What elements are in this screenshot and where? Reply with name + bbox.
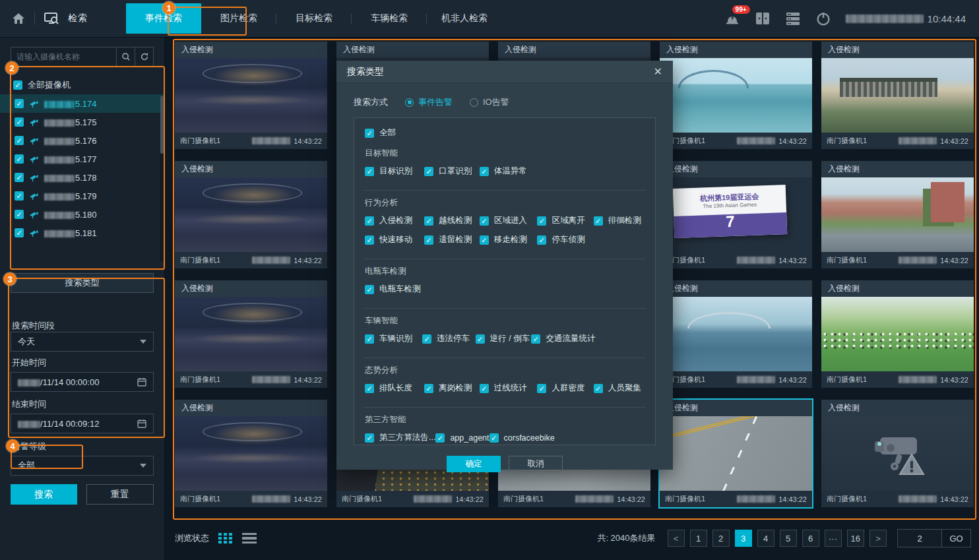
grid-view-icon[interactable] (218, 533, 233, 544)
result-card[interactable]: 入侵检测南门摄像机114:43:22 (175, 161, 327, 268)
prev-page-button[interactable]: < (668, 530, 685, 547)
cancel-button[interactable]: 取消 (509, 456, 563, 472)
go-button[interactable]: GO (942, 529, 971, 547)
checkbox-item[interactable]: ✓app_agent (435, 432, 489, 443)
checkbox-checked-icon[interactable]: ✓ (424, 384, 433, 393)
page-button-1[interactable]: 1 (690, 530, 707, 547)
time-range-select[interactable]: 今天 (11, 332, 154, 352)
tab-nonmotor-search[interactable]: 机非人检索 (427, 0, 502, 38)
alarm-bell-icon[interactable]: 99+ (724, 11, 740, 26)
checkbox-checked-icon[interactable]: ✓ (15, 99, 24, 108)
camera-item[interactable]: ✓5.181 (0, 224, 165, 242)
result-card[interactable]: 入侵检测南门摄像机114:43:22 (821, 161, 974, 268)
checkbox-checked-icon[interactable]: ✓ (435, 433, 445, 443)
checkbox-checked-icon[interactable]: ✓ (594, 216, 603, 226)
checkbox-checked-icon[interactable]: ✓ (480, 235, 489, 245)
page-button-5[interactable]: 5 (780, 530, 797, 547)
checkbox-item[interactable]: ✓人群密度 (537, 383, 593, 394)
start-time-input[interactable]: /11/14 00:00:00 (11, 372, 154, 392)
reset-button[interactable]: 重置 (86, 484, 154, 505)
result-card[interactable]: 入侵检测南门摄像机114:43:22 (175, 42, 327, 149)
checkbox-checked-icon[interactable]: ✓ (365, 334, 374, 344)
page-button-···[interactable]: ··· (825, 530, 842, 547)
end-time-input[interactable]: /11/14 00:09:12 (11, 414, 154, 433)
power-icon[interactable] (815, 11, 831, 26)
checkbox-item[interactable]: ✓口罩识别 (424, 166, 480, 177)
result-card[interactable]: 入侵检测南门摄像机114:43:22 (660, 280, 812, 388)
checkbox-item[interactable]: ✓corsfaceebike (490, 432, 555, 443)
tab-image-search[interactable]: 图片检索 (201, 0, 276, 38)
search-icon[interactable] (116, 47, 135, 66)
checkbox-checked-icon[interactable]: ✓ (476, 334, 485, 344)
checkbox-checked-icon[interactable]: ✓ (537, 384, 546, 393)
split-layout-icon[interactable] (755, 11, 771, 26)
checkbox-item[interactable]: ✓排队长度 (365, 383, 424, 394)
result-card[interactable]: 入侵检测南门摄像机114:43:22 (175, 280, 327, 388)
radio-io-alarm[interactable]: IO告警 (470, 96, 509, 108)
list-view-icon[interactable] (242, 533, 257, 544)
checkbox-item[interactable]: ✓徘徊检测 (594, 215, 646, 226)
checkbox-item[interactable]: ✓车辆识别 (365, 333, 422, 344)
page-button-3[interactable]: 3 (735, 530, 752, 547)
checkbox-checked-icon[interactable]: ✓ (422, 334, 431, 344)
page-button-4[interactable]: 4 (757, 530, 774, 547)
checkbox-item[interactable]: ✓快速移动 (365, 234, 424, 245)
checkbox-item[interactable]: ✓遗留检测 (424, 234, 480, 245)
checkbox-item[interactable]: ✓入侵检测 (365, 215, 424, 226)
tab-event-search[interactable]: 事件检索 (126, 3, 201, 34)
checkbox-checked-icon[interactable]: ✓ (365, 384, 374, 393)
page-button-2[interactable]: 2 (712, 530, 730, 547)
close-icon[interactable]: ✕ (654, 65, 662, 78)
tab-vehicle-search[interactable]: 车辆检索 (352, 0, 427, 38)
checkbox-item[interactable]: ✓离岗检测 (424, 383, 480, 394)
camera-item[interactable]: ✓5.180 (0, 205, 165, 224)
checkbox-checked-icon[interactable]: ✓ (531, 334, 540, 344)
checkbox-item[interactable]: ✓移走检测 (480, 234, 538, 245)
checkbox-item[interactable]: ✓区域进入 (480, 215, 538, 226)
page-jump-input[interactable] (897, 529, 942, 547)
calendar-icon[interactable] (137, 419, 146, 428)
checkbox-checked-icon[interactable]: ✓ (365, 167, 374, 176)
checkbox-all[interactable]: ✓全部 (365, 127, 646, 139)
checkbox-checked-icon[interactable]: ✓ (424, 216, 433, 226)
checkbox-checked-icon[interactable]: ✓ (594, 384, 603, 393)
checkbox-checked-icon[interactable]: ✓ (424, 235, 433, 245)
checkbox-checked-icon[interactable]: ✓ (365, 235, 374, 245)
checkbox-checked-icon[interactable]: ✓ (480, 384, 489, 393)
camera-item[interactable]: ✓5.179 (0, 187, 165, 205)
checkbox-checked-icon[interactable]: ✓ (365, 433, 374, 443)
checkbox-checked-icon[interactable]: ✓ (490, 433, 499, 443)
alarm-level-select[interactable]: 全部 (11, 456, 154, 476)
checkbox-checked-icon[interactable]: ✓ (15, 210, 24, 219)
checkbox-checked-icon[interactable]: ✓ (537, 216, 546, 226)
radio-event-alarm[interactable]: 事件告警 (405, 96, 453, 108)
tab-target-search[interactable]: 目标检索 (276, 0, 352, 38)
next-page-button[interactable]: > (869, 530, 887, 547)
camera-item[interactable]: ✓5.175 (0, 113, 165, 131)
checkbox-checked-icon[interactable]: ✓ (15, 117, 24, 127)
checkbox-checked-icon[interactable]: ✓ (13, 80, 22, 90)
search-button[interactable]: 搜索 (11, 484, 77, 505)
camera-item[interactable]: ✓5.176 (0, 131, 165, 150)
camera-tree-all[interactable]: ✓全部摄像机 (0, 76, 165, 94)
result-card[interactable]: 入侵检测杭州第19届亚运会The 19th Asian Games7南门摄像机1… (660, 161, 812, 268)
calendar-icon[interactable] (137, 377, 146, 387)
checkbox-checked-icon[interactable]: ✓ (15, 191, 24, 201)
checkbox-item[interactable]: ✓越线检测 (424, 215, 480, 226)
checkbox-item[interactable]: ✓目标识别 (365, 166, 424, 177)
checkbox-checked-icon[interactable]: ✓ (424, 167, 433, 176)
checkbox-item[interactable]: ✓违法停车 (422, 333, 476, 344)
page-button-6[interactable]: 6 (802, 530, 819, 547)
result-card[interactable]: 入侵检测南门摄像机114:43:22 (660, 400, 812, 507)
checkbox-checked-icon[interactable]: ✓ (15, 136, 24, 145)
camera-item[interactable]: ✓5.178 (0, 168, 165, 187)
result-card[interactable]: 入侵检测南门摄像机114:43:22 (821, 280, 974, 388)
checkbox-checked-icon[interactable]: ✓ (15, 154, 24, 164)
checkbox-checked-icon[interactable]: ✓ (365, 216, 374, 226)
checkbox-item[interactable]: ✓逆行 / 倒车 (476, 333, 532, 344)
camera-item[interactable]: ✓5.177 (0, 150, 165, 168)
checkbox-item[interactable]: ✓交通流量统计 (531, 333, 595, 344)
home-icon[interactable] (12, 12, 25, 25)
checkbox-checked-icon[interactable]: ✓ (480, 216, 489, 226)
checkbox-item[interactable]: ✓第三方算法告... (365, 432, 435, 443)
